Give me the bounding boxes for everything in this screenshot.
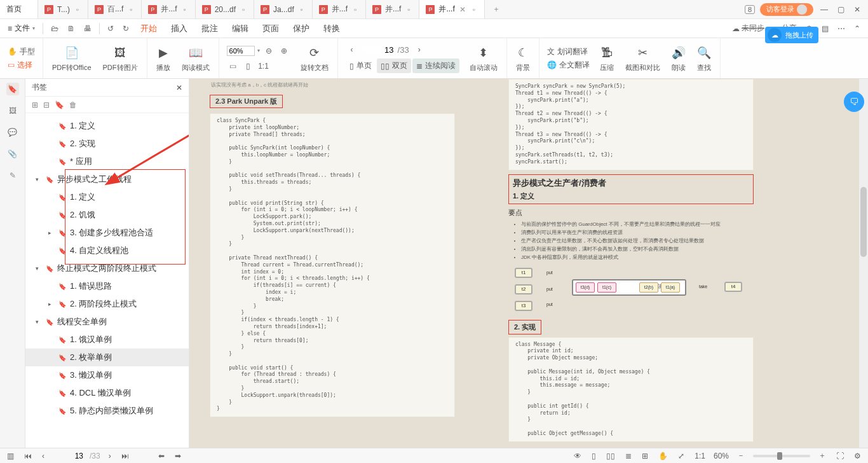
auto-scroll[interactable]: ⬍自动滚动	[466, 44, 501, 73]
menu-insert[interactable]: 插入	[165, 23, 194, 34]
hand-tool[interactable]: ✋ 手型	[8, 46, 35, 57]
bookmarks-rail-icon[interactable]: 🔖	[6, 83, 19, 95]
fullscreen-icon[interactable]: ⛶	[834, 452, 846, 460]
cloud-upload-badge[interactable]: ☁ 拖拽上传	[765, 27, 818, 43]
vertical-scrollbar[interactable]	[859, 79, 868, 448]
bookmark-item[interactable]: 🔖* 应用	[25, 153, 189, 170]
compress[interactable]: 🗜压缩	[596, 44, 618, 73]
tab-ext-icon[interactable]: ▫	[240, 5, 247, 14]
bookmark-item[interactable]: ▸🔖2. 两阶段终止模式	[25, 295, 189, 313]
zoom-out-icon[interactable]: ⊖	[262, 45, 275, 57]
actual-size-icon[interactable]: 1:1	[257, 60, 270, 73]
expand-all-icon[interactable]: ⊞	[32, 100, 38, 109]
tab-ext-icon[interactable]: ▫	[405, 5, 412, 14]
bookmark-item[interactable]: 🔖2. 饥饿	[25, 206, 189, 224]
tab-ext-icon[interactable]: ▫	[351, 5, 359, 14]
next-page-button[interactable]: ›	[413, 43, 426, 56]
zoom-100-icon[interactable]: 1:1	[693, 452, 707, 460]
last-page-icon[interactable]: ⏭	[119, 452, 131, 460]
undo-icon[interactable]: ↺	[104, 24, 118, 33]
select-tool[interactable]: ▭ 选择	[8, 60, 35, 71]
main-menu-button[interactable]: ≡ 文件 ▾	[4, 23, 39, 34]
document-tab[interactable]: PJa...df▫	[254, 0, 313, 18]
tab-ext-icon[interactable]: ▫	[470, 5, 478, 14]
view-cont-icon[interactable]: ≣	[623, 452, 634, 460]
menu-start[interactable]: 开始	[134, 23, 163, 34]
scrollbar-thumb[interactable]	[860, 187, 867, 257]
save-icon[interactable]: 🗎	[64, 24, 79, 33]
bookmark-item[interactable]: 🔖5. 静态内部类懒汉单例	[25, 402, 189, 420]
page-input[interactable]	[362, 45, 394, 55]
assistant-bubble[interactable]: 🗨	[844, 92, 864, 112]
bookmark-item[interactable]: 🔖4. 自定义线程池	[25, 242, 189, 259]
bookmark-item[interactable]: 🔖2. 枚举单例	[25, 349, 189, 366]
bookmark-del-icon[interactable]: 🗑	[69, 100, 77, 109]
prev-page-button[interactable]: ‹	[346, 43, 358, 56]
close-button[interactable]: ✕	[851, 4, 863, 15]
single-page-mode[interactable]: ▯ 单页	[346, 59, 376, 73]
nav-fwd-icon[interactable]: ➡	[173, 452, 183, 460]
menu-convert[interactable]: 转换	[317, 23, 346, 34]
hand-icon[interactable]: ✋	[656, 452, 670, 460]
tree-arrow-icon[interactable]: ▸	[48, 301, 55, 307]
comments-rail-icon[interactable]: 💬	[6, 126, 19, 139]
fit-width-icon[interactable]: ▭	[227, 60, 240, 73]
zoom-input[interactable]	[227, 46, 255, 56]
tab-home[interactable]: 首页	[0, 0, 38, 18]
menu-protect[interactable]: 保护	[287, 23, 316, 34]
zoom-slider[interactable]	[753, 455, 810, 457]
bookmark-item[interactable]: 🔖4. DCL 懒汉单例	[25, 384, 189, 402]
bookmark-add-icon[interactable]: 🔖	[55, 100, 64, 109]
tree-arrow-icon[interactable]: ▾	[36, 176, 42, 183]
bookmark-item[interactable]: ▾🔖终止模式之两阶段终止模式	[25, 259, 189, 277]
first-page-icon[interactable]: ⏮	[22, 452, 34, 460]
word-translate[interactable]: 文 划词翻译	[547, 46, 590, 57]
print-icon[interactable]: 🖶	[80, 24, 95, 33]
bookmark-item[interactable]: 🔖1. 错误思路	[25, 277, 189, 295]
document-tab[interactable]: P并...f▫	[366, 0, 419, 18]
play-button[interactable]: ▶播放	[153, 44, 174, 73]
bookmark-item[interactable]: 🔖1. 定义	[25, 188, 189, 206]
chevron-down-icon[interactable]: ▾	[257, 48, 260, 53]
bookmark-item[interactable]: ▾🔖线程安全单例	[25, 313, 189, 331]
read-mode[interactable]: 📖阅读模式	[178, 44, 214, 73]
menu-page[interactable]: 页面	[256, 23, 285, 34]
status-more-icon[interactable]: ⚙	[852, 452, 863, 460]
list-icon[interactable]: ▤	[818, 24, 832, 33]
tab-ext-icon[interactable]: ▫	[74, 5, 81, 14]
thumbnails-rail-icon[interactable]: 🖼	[6, 104, 19, 117]
window-count-badge[interactable]: 8	[745, 5, 755, 14]
tab-ext-icon[interactable]: ▫	[181, 5, 189, 14]
open-icon[interactable]: 🗁	[47, 24, 62, 33]
collapse-icon[interactable]: ⌃	[850, 24, 864, 33]
close-sidebar-icon[interactable]: ✕	[176, 83, 182, 92]
double-page-mode[interactable]: ▯▯ 双页	[377, 59, 411, 73]
collapse-all-icon[interactable]: ⊟	[43, 100, 50, 109]
login-button[interactable]: 访客登录	[760, 3, 813, 16]
pdf-to-image[interactable]: 🖼PDF转图片	[99, 44, 142, 73]
zoom-fit-icon[interactable]: ⤢	[676, 452, 686, 460]
bookmark-item[interactable]: 🔖1. 定义	[25, 117, 189, 135]
menu-edit[interactable]: 编辑	[226, 23, 255, 34]
document-tab[interactable]: P并...f✕▫	[419, 0, 484, 18]
new-tab-button[interactable]: ＋	[485, 0, 508, 18]
tab-ext-icon[interactable]: ▫	[298, 5, 306, 14]
continuous-mode[interactable]: ≣ 连续阅读	[412, 59, 459, 73]
zoom-slider-thumb[interactable]	[777, 452, 782, 460]
crop-compare[interactable]: ✂截图和对比	[621, 44, 664, 73]
tab-ext-icon[interactable]: ▫	[127, 5, 135, 14]
view-grid-icon[interactable]: ⊞	[640, 452, 650, 460]
pdf-to-office[interactable]: 📄PDF转Office	[48, 44, 95, 73]
background[interactable]: ☾背景	[512, 44, 534, 73]
bookmark-item[interactable]: ▾🔖异步模式之工作线程	[25, 170, 189, 188]
menu-annotate[interactable]: 批注	[195, 23, 224, 34]
document-tab[interactable]: P并...f▫	[313, 0, 366, 18]
bookmark-item[interactable]: 🔖1. 饿汉单例	[25, 331, 189, 349]
minimize-button[interactable]: —	[818, 4, 830, 15]
view-single-icon[interactable]: ▯	[590, 452, 598, 460]
tree-arrow-icon[interactable]: ▾	[36, 265, 42, 272]
tab-close-icon[interactable]: ✕	[459, 5, 466, 14]
document-tab[interactable]: P20...df▫	[196, 0, 254, 18]
cloud-sync-button[interactable]: ☁ 未同步	[728, 23, 768, 34]
document-tab[interactable]: PT...)▫	[38, 0, 88, 18]
